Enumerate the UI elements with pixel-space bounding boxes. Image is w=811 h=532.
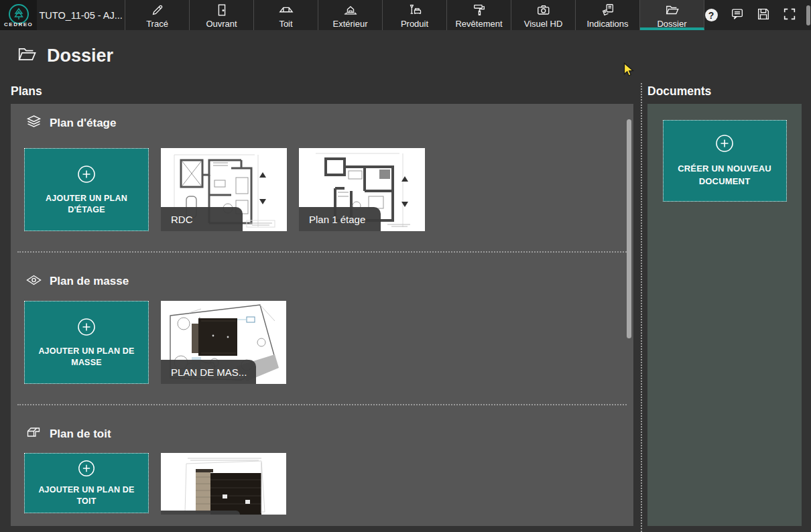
- create-document-button[interactable]: CRÉER UN NOUVEAU DOCUMENT: [663, 120, 787, 202]
- add-site-plan-button[interactable]: AJOUTER UN PLAN DE MASSE: [24, 301, 149, 384]
- mouse-cursor: [623, 62, 635, 80]
- layers-icon: [25, 114, 42, 133]
- roof-icon: [278, 3, 294, 17]
- furniture-lamp-icon: [407, 3, 423, 17]
- documents-panel: CRÉER UN NOUVEAU DOCUMENT: [647, 104, 802, 526]
- tab-visuel-hd[interactable]: Visuel HD: [511, 0, 576, 30]
- plan-thumbnail-toit[interactable]: [161, 453, 286, 515]
- plan-thumbnail-etage1[interactable]: Plan 1 étage: [299, 148, 425, 231]
- plan-thumbnail-label: PLAN DE MAS...: [161, 360, 256, 384]
- section-row: AJOUTER UN PLAN DE TOIT: [24, 453, 633, 515]
- section-header: Plan de toit: [25, 425, 633, 443]
- add-button-label: AJOUTER UN PLAN DE TOIT: [30, 484, 143, 507]
- plans-heading: Plans: [11, 84, 42, 98]
- paint-roller-icon: [471, 3, 487, 17]
- save-button[interactable]: [757, 9, 770, 22]
- tab-dossier[interactable]: Dossier: [640, 0, 704, 30]
- plan-thumbnail-label: RDC: [161, 207, 243, 231]
- fullscreen-button[interactable]: [783, 9, 796, 22]
- tab-produit[interactable]: Produit: [383, 0, 447, 30]
- help-icon: ?: [705, 9, 718, 21]
- tab-label: Extérieur: [332, 19, 367, 29]
- house-garden-icon: [342, 3, 359, 17]
- feedback-button[interactable]: [731, 9, 744, 22]
- feedback-bubble-icon: [730, 7, 745, 24]
- tab-toit[interactable]: Toit: [254, 0, 318, 30]
- documents-heading: Documents: [647, 84, 711, 98]
- plans-scrollbar-thumb[interactable]: [627, 119, 631, 338]
- tab-indications[interactable]: Indications: [576, 0, 640, 30]
- help-button[interactable]: ?: [704, 9, 718, 22]
- plan-thumbnail-rdc[interactable]: RDC: [161, 148, 287, 231]
- section-plan-etage: Plan d'étage AJOUTER UN PLAN D'ÉTAGE: [24, 115, 633, 231]
- main-tabs: Tracé Ouvrant Toit Extérieur Produit: [125, 0, 704, 30]
- plan-thumbnail-label-stub: [161, 511, 240, 515]
- tab-label: Dossier: [657, 19, 686, 29]
- section-header: Plan d'étage: [25, 115, 633, 132]
- plan-thumbnail-label: Plan 1 étage: [299, 207, 381, 231]
- plus-circle-icon: [714, 133, 735, 156]
- plus-circle-icon: [76, 317, 97, 340]
- section-separator: [17, 251, 627, 253]
- add-button-label: AJOUTER UN PLAN DE MASSE: [30, 346, 143, 369]
- topbar: CEDREO TUTO_11-05 - AJ... Tracé Ouvrant …: [0, 0, 811, 30]
- tab-label: Produit: [401, 19, 428, 29]
- section-title: Plan d'étage: [50, 117, 116, 130]
- cedreo-logo-text: CEDREO: [4, 21, 33, 27]
- column-divider: [641, 83, 642, 532]
- cedreo-logo[interactable]: CEDREO: [0, 0, 37, 30]
- plan-thumbnail-masse[interactable]: PLAN DE MAS...: [161, 301, 286, 384]
- roof-corner-icon: [25, 425, 42, 444]
- plans-panel: Plan d'étage AJOUTER UN PLAN D'ÉTAGE: [11, 104, 633, 526]
- section-row: AJOUTER UN PLAN D'ÉTAGE: [24, 148, 633, 231]
- tab-label: Revêtement: [455, 19, 502, 29]
- pencil-icon: [150, 3, 165, 17]
- tab-trace[interactable]: Tracé: [125, 0, 190, 30]
- save-icon: [756, 7, 771, 24]
- window-scrollbar[interactable]: [806, 5, 810, 25]
- tab-label: Tracé: [146, 19, 168, 29]
- tab-ouvrant[interactable]: Ouvrant: [190, 0, 254, 30]
- section-header: Plan de masse: [25, 273, 633, 290]
- fullscreen-icon: [782, 7, 797, 24]
- site-eye-icon: [25, 272, 42, 291]
- page-title: Dossier: [16, 44, 113, 67]
- add-floor-plan-button[interactable]: AJOUTER UN PLAN D'ÉTAGE: [24, 148, 149, 231]
- open-folder-icon: [16, 44, 38, 67]
- create-document-label: CRÉER UN NOUVEAU DOCUMENT: [673, 163, 777, 188]
- section-separator: [17, 404, 627, 405]
- tab-exterieur[interactable]: Extérieur: [318, 0, 383, 30]
- project-name[interactable]: TUTO_11-05 - AJ...: [37, 0, 125, 30]
- folder-icon: [664, 3, 680, 17]
- door-icon: [214, 3, 229, 17]
- tags-icon: [600, 3, 616, 17]
- tab-label: Toit: [279, 19, 292, 29]
- section-row: AJOUTER UN PLAN DE MASSE: [24, 301, 633, 384]
- tab-label: Indications: [586, 19, 628, 29]
- section-plan-toit: Plan de toit AJOUTER UN PLAN DE TOIT: [24, 425, 633, 515]
- tab-label: Ouvrant: [206, 19, 237, 29]
- camera-icon: [536, 3, 552, 17]
- tab-revetement[interactable]: Revêtement: [447, 0, 511, 30]
- section-title: Plan de masse: [50, 275, 129, 288]
- section-plan-masse: Plan de masse AJOUTER UN PLAN DE MASSE: [24, 273, 633, 384]
- section-title: Plan de toit: [50, 427, 111, 441]
- topbar-actions: ?: [704, 0, 811, 30]
- plus-circle-icon: [76, 164, 97, 187]
- add-button-label: AJOUTER UN PLAN D'ÉTAGE: [30, 193, 143, 216]
- page-title-text: Dossier: [47, 46, 113, 66]
- add-roof-plan-button[interactable]: AJOUTER UN PLAN DE TOIT: [24, 453, 149, 513]
- roof-plan-image: [161, 453, 286, 515]
- tab-label: Visuel HD: [524, 19, 563, 29]
- plus-circle-icon: [77, 459, 96, 480]
